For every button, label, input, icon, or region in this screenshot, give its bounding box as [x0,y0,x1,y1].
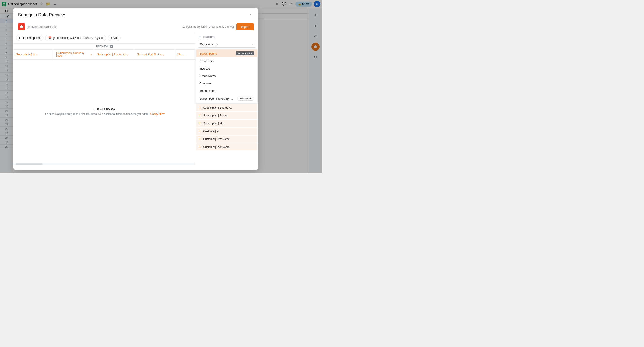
object-item-subscription-history[interactable]: Subscription History By ... Join Waitlis… [196,94,257,103]
columns-info: 11 columns selected (showing only 0 rows… [182,25,234,28]
superjoin-dialog: Superjoin Data Preview × [firstventuress… [14,8,258,170]
object-item-subscriptions[interactable]: Subscriptions Subscriptions [196,49,257,57]
import-button[interactable]: Import [236,23,254,30]
sort-icon-2[interactable]: ▽ [126,53,128,56]
connector-info: [firstventuresstack-test] [18,23,58,30]
object-item-coupons[interactable]: Coupons [196,80,257,87]
objects-header: ⊞ OBJECTS [195,32,258,41]
object-label-invoices: Invoices [200,67,210,70]
info-icon: i [110,45,113,48]
object-item-customers[interactable]: Customers [196,57,257,65]
th-extra: [Su... [175,50,195,59]
objects-panel: ⊞ OBJECTS Subscriptions ▾ Subscriptions … [195,32,258,165]
object-label-transactions: Transactions [200,89,216,92]
column-item-mrr[interactable]: ⠿ [Subscription] Mrr [196,120,257,127]
column-label-started-at: [Subscription] Started At [202,106,232,109]
filter-label: 1 Filter Applied [23,36,40,39]
column-label-customer-id: [Customer] Id [202,130,219,133]
date-filter-pill[interactable]: 📅 [Subscription] Activated At last 30 Da… [45,35,106,41]
preview-label: PREVIEW [96,45,109,48]
close-dialog-button[interactable]: × [248,12,254,18]
object-label-subscription-history: Subscription History By ... [200,97,233,100]
th-subscription-id: [Subscription] Id ▽ [14,50,54,59]
filter-applied-pill[interactable]: ⊟ 1 Filter Applied [16,35,43,41]
date-filter-label: [Subscription] Activated At last 30 Days [53,36,100,39]
drag-handle-icon: ⠿ [198,122,201,125]
calendar-icon: 📅 [48,36,52,40]
scroll-thumb [16,163,43,165]
objects-dropdown-list: Subscriptions Subscriptions Customers In… [196,49,257,103]
column-item-status[interactable]: ⠿ [Subscription] Status [196,112,257,119]
column-item-customer-id[interactable]: ⠿ [Customer] Id [196,128,257,135]
column-label-last-name: [Customer] Last Name [202,145,230,149]
sort-icon-1[interactable]: ▽ [90,53,92,56]
column-item-last-name[interactable]: ⠿ [Customer] Last Name [196,143,257,151]
selected-columns-list: ⠿ [Subscription] Started At ⠿ [Subscript… [195,103,258,165]
remove-date-filter-icon[interactable]: × [101,36,103,40]
drag-handle-icon: ⠿ [198,137,201,141]
object-label-subscriptions: Subscriptions [200,52,217,55]
drag-handle-icon: ⠿ [198,145,201,149]
th-currency-code: [Subscription] Currency Code ▽ [54,50,94,59]
object-item-transactions[interactable]: Transactions [196,87,257,94]
grid-icon: ⊞ [198,35,202,39]
add-filter-button[interactable]: + Add [108,35,120,41]
content-area: ⊟ 1 Filter Applied 📅 [Subscription] Acti… [14,32,258,165]
object-selector[interactable]: Subscriptions ▾ [198,41,256,47]
svg-marker-5 [20,25,23,28]
dialog-title: Superjoin Data Preview [18,12,65,17]
column-item-started-at[interactable]: ⠿ [Subscription] Started At [196,104,257,112]
th-started-at: [Subscription] Started At ▽ [94,50,135,59]
sort-icon-3[interactable]: ▽ [162,53,164,56]
preview-header: PREVIEW i [14,43,195,50]
connector-name: [firstventuresstack-test] [28,25,58,28]
scroll-indicator[interactable] [14,163,195,165]
column-label-first-name: [Customer] First Name [202,138,230,141]
object-label-credit-notes: Credit Notes [200,74,216,78]
filter-icon: ⊟ [19,36,21,39]
objects-title: OBJECTS [203,36,216,38]
object-label-customers: Customers [200,59,214,63]
subscriptions-tooltip: Subscriptions [236,51,254,55]
column-label-status: [Subscription] Status [202,114,227,117]
drag-handle-icon: ⠿ [198,114,201,117]
connector-row: [firstventuresstack-test] 11 columns sel… [14,21,258,32]
column-label-mrr: [Subscription] Mrr [202,122,224,125]
connector-logo [18,23,25,30]
selector-value: Subscriptions [200,42,218,46]
join-waitlist-button[interactable]: Join Waitlist [237,96,254,101]
column-item-first-name[interactable]: ⠿ [Customer] First Name [196,136,257,143]
preview-area: ⊟ 1 Filter Applied 📅 [Subscription] Acti… [14,32,195,165]
object-label-coupons: Coupons [200,82,211,85]
dialog-header: Superjoin Data Preview × [14,8,258,21]
table-header: [Subscription] Id ▽ [Subscription] Curre… [14,50,195,60]
drag-handle-icon: ⠿ [198,129,201,133]
modify-filters-link[interactable]: Modify filters [150,112,165,116]
sort-icon-0[interactable]: ▽ [36,53,38,56]
drag-handle-icon: ⠿ [198,106,201,109]
object-item-invoices[interactable]: Invoices [196,65,257,72]
th-status: [Subscription] Status ▽ [135,50,175,59]
filter-bar: ⊟ 1 Filter Applied 📅 [Subscription] Acti… [14,32,195,43]
end-preview-text: The filter is applied only on the first … [43,112,165,116]
end-of-preview: End Of Preview The filter is applied onl… [14,60,195,163]
chevron-down-icon: ▾ [252,43,254,46]
connector-actions: 11 columns selected (showing only 0 rows… [182,23,254,30]
end-preview-title: End Of Preview [94,107,115,111]
object-item-credit-notes[interactable]: Credit Notes [196,72,257,80]
